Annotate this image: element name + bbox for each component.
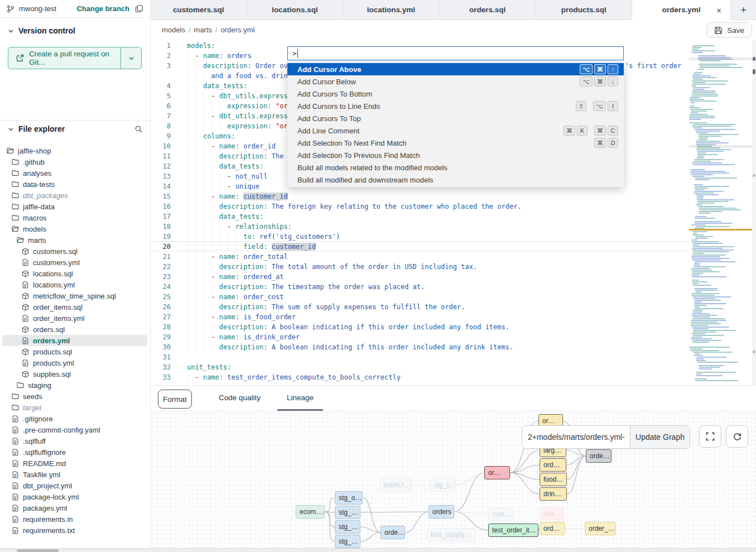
tree-item-models[interactable]: models	[2, 223, 147, 234]
tree-item-products.sql[interactable]: products.sql	[2, 346, 147, 357]
version-control-header[interactable]: Version control	[8, 26, 75, 35]
lineage-node-y4[interactable]: drin…	[540, 487, 567, 501]
lineage-node-f5[interactable]: cus…	[540, 507, 564, 520]
editor-scrollbar[interactable]	[752, 40, 756, 385]
tree-item-metricflow_time_spine.sql[interactable]: metricflow_time_spine.sql	[2, 290, 147, 301]
lineage-node-y6[interactable]: order_…	[585, 522, 616, 535]
lineage-node-e1[interactable]: ecom.…	[296, 505, 325, 519]
lineage-node-y5[interactable]: ord…	[540, 522, 565, 535]
code-line-18[interactable]: - relationships:	[187, 222, 689, 232]
code-line-21[interactable]: - name: order_total	[187, 252, 689, 262]
tree-item-customers.sql[interactable]: customers.sql	[2, 246, 147, 257]
code-line-26[interactable]: description: The sum of supply expenses …	[187, 302, 689, 312]
lineage-canvas[interactable]: Update Graph ecom.…stg_o…stg_…stg_…stg_……	[151, 411, 756, 549]
lineage-node-f2[interactable]: stg_c…	[430, 478, 455, 492]
code-line-32[interactable]: unit_tests:	[187, 362, 689, 372]
tree-item-products.yml[interactable]: products.yml	[2, 357, 147, 368]
palette-item-add-cursors-to-top[interactable]: Add Cursors To Top	[287, 112, 624, 124]
tree-item-packages.yml[interactable]: packages.yml	[2, 502, 147, 513]
code-line-29[interactable]: - name: is_drink_order	[187, 332, 689, 342]
tree-item-.sqlfluff[interactable]: .sqlfluff	[2, 435, 147, 447]
pr-dropdown-toggle[interactable]	[121, 47, 141, 69]
code-line-17[interactable]: data_tests:	[187, 212, 689, 222]
tab-orders.yml[interactable]: orders.yml×	[632, 0, 731, 20]
palette-item-build-all-modified-and-downstream-models[interactable]: Build all modified and downstream models	[287, 174, 624, 186]
tree-item-dbt_project.yml[interactable]: dbt_project.yml	[2, 480, 147, 491]
tree-item-.github[interactable]: .github	[2, 156, 147, 167]
tree-item-order_items.sql[interactable]: order_items.sql	[2, 301, 147, 313]
lineage-node-tg[interactable]: test_order_it…	[488, 524, 538, 537]
horizontal-scrollbar[interactable]	[0, 548, 756, 552]
lineage-node-ord[interactable]: orders	[428, 505, 454, 519]
tree-item-orders.yml[interactable]: orders.yml	[2, 335, 147, 346]
lineage-node-f1[interactable]: ecom.r…	[379, 478, 412, 492]
code-line-15[interactable]: - name: customer_id	[187, 191, 689, 201]
save-button[interactable]: Save	[706, 22, 752, 38]
tree-item-jaffle-shop[interactable]: jaffle-shop	[2, 145, 147, 156]
code-line-16[interactable]: description: The foreign key relating to…	[187, 201, 689, 212]
code-line-33[interactable]: - name: test_order_items_compute_to_bool…	[187, 372, 689, 382]
update-graph-button[interactable]: Update Graph	[630, 426, 690, 448]
change-branch-link[interactable]: Change branch	[76, 4, 129, 13]
tree-item-.gitignore[interactable]: .gitignore	[2, 413, 147, 424]
tree-item-locations.sql[interactable]: locations.sql	[2, 268, 147, 279]
palette-item-add-cursors-to-line-ends[interactable]: Add Cursors to Line Ends⇧⌥I	[287, 100, 624, 112]
tree-item-target[interactable]: target	[2, 402, 147, 413]
tree-item-analyses[interactable]: analyses	[2, 167, 147, 179]
tab-orders.sql[interactable]: orders.sql	[440, 0, 536, 20]
lineage-node-y2[interactable]: ord…	[540, 458, 566, 472]
lineage-node-g1[interactable]: orde…	[586, 449, 611, 463]
fullscreen-icon[interactable]	[699, 425, 721, 448]
tab-locations.yml[interactable]: locations.yml	[343, 0, 440, 20]
code-line-22[interactable]: description: The total amount of the ord…	[187, 262, 689, 272]
palette-item-add-selection-to-next-find-match[interactable]: Add Selection To Next Find Match⌘D	[287, 137, 624, 149]
tree-item-data-tests[interactable]: data-tests	[2, 179, 147, 190]
command-palette-input[interactable]: >	[287, 46, 624, 60]
tree-item-dbt_packages[interactable]: dbt_packages	[2, 190, 147, 201]
tree-item-README.md[interactable]: README.md	[2, 458, 147, 469]
tree-item-marts[interactable]: marts	[2, 234, 147, 246]
code-line-20[interactable]: field: customer_id	[187, 242, 689, 252]
code-line-27[interactable]: - name: is_food_order	[187, 312, 689, 322]
tree-item-requirements.in[interactable]: requirements.in	[2, 513, 147, 525]
tree-item-customers.yml[interactable]: customers.yml	[2, 257, 147, 268]
tree-item-.sqlfluffignore[interactable]: .sqlfluffignore	[2, 447, 147, 458]
format-button[interactable]: Format	[158, 390, 192, 409]
palette-item-add-line-comment[interactable]: Add Line Comment⌘K⌘C	[287, 124, 624, 137]
file-explorer-header[interactable]: File explorer	[8, 124, 143, 133]
lineage-node-f3[interactable]: cust…	[488, 507, 513, 521]
panel-tab-code-quality[interactable]: Code quality	[209, 386, 270, 411]
lineage-filter-input[interactable]	[522, 426, 630, 448]
tree-item-package-lock.yml[interactable]: package-lock.yml	[2, 491, 147, 502]
tab-products.sql[interactable]: products.sql	[536, 0, 632, 20]
tree-item-jaffle-data[interactable]: jaffle-data	[2, 201, 147, 212]
lineage-node-s3[interactable]: stg_…	[335, 520, 360, 534]
tree-item-Taskfile.yml[interactable]: Taskfile.yml	[2, 469, 147, 480]
close-icon[interactable]: ×	[716, 5, 721, 15]
lineage-node-o1[interactable]: orde…	[381, 526, 405, 539]
code-line-25[interactable]: - name: order_cost	[187, 292, 689, 302]
scrollbar-thumb[interactable]	[17, 549, 59, 552]
tree-item-orders.sql[interactable]: orders.sql	[2, 324, 147, 335]
tab-customers.sql[interactable]: customers.sql	[151, 0, 247, 20]
panel-tab-lineage[interactable]: Lineage	[277, 386, 323, 411]
tree-item-requirements.txt[interactable]: requirements.txt	[2, 525, 147, 536]
tree-item-seeds[interactable]: seeds	[2, 391, 147, 402]
copy-icon[interactable]	[135, 4, 143, 13]
palette-item-add-cursors-to-bottom[interactable]: Add Cursors To Bottom	[287, 88, 624, 100]
palette-item-add-cursor-above[interactable]: Add Cursor Above⌥⌘↑	[287, 63, 624, 75]
minimap[interactable]	[689, 42, 752, 382]
search-icon[interactable]	[134, 125, 143, 133]
tree-item-.pre-commit-config.yaml[interactable]: .pre-commit-config.yaml	[2, 424, 147, 435]
tree-item-locations.yml[interactable]: locations.yml	[2, 279, 147, 290]
new-tab-button[interactable]: +	[731, 0, 756, 20]
lineage-node-y3[interactable]: food…	[540, 473, 567, 486]
tab-locations.sql[interactable]: locations.sql	[247, 0, 344, 20]
code-line-30[interactable]: description: A boolean indicating if thi…	[187, 342, 689, 352]
code-line-23[interactable]: - name: ordered_at	[187, 272, 689, 282]
create-pull-request-button[interactable]: Create a pull request on Git...	[8, 47, 142, 69]
tree-item-order_items.yml[interactable]: order_items.yml	[2, 313, 147, 324]
code-line-19[interactable]: to: ref('stg_customers')	[187, 232, 689, 242]
code-line-31[interactable]	[187, 352, 689, 362]
palette-item-build-all-models-related-to-the-modified-models[interactable]: Build all models related to the modified…	[287, 161, 624, 174]
